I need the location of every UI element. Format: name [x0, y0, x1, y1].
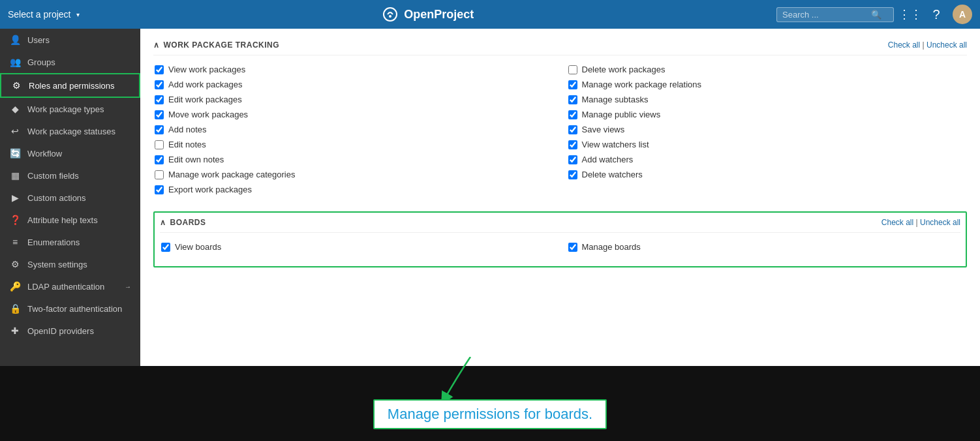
sidebar-item-enumerations[interactable]: ≡ Enumerations: [0, 231, 140, 253]
perm-add-watchers-checkbox[interactable]: [568, 155, 577, 164]
perm-delete-watchers-checkbox[interactable]: [568, 170, 577, 179]
sidebar-item-work-package-types[interactable]: ◆ Work package types: [0, 98, 140, 120]
perm-add-work-packages-checkbox[interactable]: [155, 80, 164, 89]
boards-perm-col2: Manage boards: [567, 239, 961, 254]
content-area: ∧ WORK PACKAGE TRACKING Check all | Unch…: [140, 29, 980, 366]
sidebar-item-work-package-statuses[interactable]: ↩ Work package statuses: [0, 120, 140, 142]
sidebar-item-groups[interactable]: 👥 Groups: [0, 51, 140, 73]
perm-manage-subtasks-checkbox[interactable]: [568, 95, 577, 104]
perm-export-work-packages-checkbox[interactable]: [155, 185, 164, 194]
sidebar-item-label: OpenID providers: [27, 326, 94, 336]
sidebar-item-label: Enumerations: [27, 237, 80, 247]
tooltip-box: Manage permissions for boards.: [373, 399, 607, 429]
sidebar-item-label: Users: [27, 35, 50, 45]
top-nav-right: 🔍 ⋮⋮ ? A: [776, 5, 972, 24]
perm-view-work-packages-checkbox[interactable]: [155, 65, 164, 74]
sidebar-item-label: Groups: [27, 57, 55, 67]
svg-point-0: [384, 8, 397, 21]
lock-icon: 🔒: [9, 303, 21, 314]
settings-icon: ⚙: [9, 259, 21, 269]
work-package-tracking-section: ∧ WORK PACKAGE TRACKING Check all | Unch…: [153, 35, 967, 204]
perm-delete-work-packages-checkbox[interactable]: [568, 65, 577, 74]
permissions-grid-wpt: View work packages Add work packages Edi…: [153, 62, 967, 204]
perm-save-views-checkbox[interactable]: [568, 125, 577, 134]
app-name: OpenProject: [404, 8, 474, 22]
section-title-wpt: ∧ WORK PACKAGE TRACKING: [153, 40, 279, 50]
perm-export-work-packages: Export work packages: [153, 182, 554, 197]
workflow-icon: 🔄: [9, 148, 21, 159]
project-selector-label: Select a project: [8, 9, 71, 20]
section-actions-wpt: Check all | Uncheck all: [888, 40, 967, 50]
perm-save-views: Save views: [567, 122, 968, 137]
sidebar-item-roles-and-permissions[interactable]: ⚙ Roles and permissions: [0, 73, 140, 98]
sidebar: 👤 Users 👥 Groups ⚙ Roles and permissions…: [0, 29, 140, 366]
diamond-icon: ◆: [9, 104, 21, 114]
perm-add-watchers: Add watchers: [567, 152, 968, 167]
sidebar-item-openid-providers[interactable]: ✚ OpenID providers: [0, 320, 140, 342]
perm-manage-public-views-checkbox[interactable]: [568, 110, 577, 119]
sidebar-item-users[interactable]: 👤 Users: [0, 29, 140, 51]
section-title-boards: ∧ BOARDS: [160, 218, 206, 227]
perm-edit-own-notes-checkbox[interactable]: [155, 155, 164, 164]
perm-manage-boards-checkbox[interactable]: [568, 243, 577, 252]
custom-actions-icon: ▶: [9, 192, 21, 203]
section-header-boards: ∧ BOARDS Check all | Uncheck all: [160, 213, 960, 233]
bottom-bar: Manage permissions for boards.: [0, 366, 980, 441]
perm-view-boards-checkbox[interactable]: [161, 243, 170, 252]
perm-manage-boards: Manage boards: [567, 239, 961, 254]
perm-edit-work-packages-checkbox[interactable]: [155, 95, 164, 104]
perm-delete-watchers: Delete watchers: [567, 167, 968, 182]
top-navigation: Select a project ▾ OpenProject 🔍 ⋮⋮ ? A: [0, 0, 980, 29]
svg-point-1: [389, 15, 391, 18]
tooltip-text: Manage permissions for boards.: [388, 406, 592, 422]
main-layout: 👤 Users 👥 Groups ⚙ Roles and permissions…: [0, 29, 980, 366]
permissions-grid-boards: View boards Manage boards: [160, 239, 960, 261]
perm-manage-wp-relations-checkbox[interactable]: [568, 80, 577, 89]
search-input[interactable]: [782, 10, 867, 20]
sidebar-item-label: LDAP authentication: [27, 282, 104, 292]
sidebar-item-label: Custom fields: [27, 171, 79, 181]
perm-add-work-packages: Add work packages: [153, 77, 554, 92]
perm-view-watchers-list: View watchers list: [567, 137, 968, 152]
help-icon[interactable]: ?: [926, 5, 946, 24]
perm-view-boards: View boards: [160, 239, 554, 254]
sidebar-item-label: Roles and permissions: [29, 81, 115, 91]
openid-icon: ✚: [9, 326, 21, 336]
avatar[interactable]: A: [953, 5, 972, 24]
perm-manage-wp-categories-checkbox[interactable]: [155, 170, 164, 179]
collapse-icon-boards[interactable]: ∧: [160, 218, 166, 227]
section-actions-boards: Check all | Uncheck all: [881, 218, 960, 227]
project-selector[interactable]: Select a project ▾: [8, 9, 80, 20]
sidebar-item-workflow[interactable]: 🔄 Workflow: [0, 142, 140, 164]
sidebar-item-custom-fields[interactable]: ▦ Custom fields: [0, 164, 140, 187]
perm-edit-notes-checkbox[interactable]: [155, 140, 164, 149]
sidebar-item-custom-actions[interactable]: ▶ Custom actions: [0, 187, 140, 209]
modules-icon[interactable]: ⋮⋮: [900, 5, 920, 24]
sidebar-item-label: System settings: [27, 260, 87, 269]
sidebar-item-two-factor-auth[interactable]: 🔒 Two-factor authentication: [0, 297, 140, 320]
sidebar-item-ldap-authentication[interactable]: 🔑 LDAP authentication →: [0, 275, 140, 297]
perm-add-notes: Add notes: [153, 122, 554, 137]
check-all-wpt[interactable]: Check all: [888, 40, 920, 50]
sidebar-item-label: Work package statuses: [27, 127, 115, 136]
perm-manage-subtasks: Manage subtasks: [567, 92, 968, 107]
perm-move-work-packages-checkbox[interactable]: [155, 110, 164, 119]
sidebar-item-attribute-help-texts[interactable]: ❓ Attribute help texts: [0, 209, 140, 231]
tooltip-arrow-svg: [431, 357, 483, 403]
sidebar-item-system-settings[interactable]: ⚙ System settings: [0, 253, 140, 275]
search-box[interactable]: 🔍: [776, 7, 894, 22]
perm-edit-own-notes: Edit own notes: [153, 152, 554, 167]
help-texts-icon: ❓: [9, 215, 21, 225]
uncheck-all-wpt[interactable]: Uncheck all: [926, 40, 967, 50]
uncheck-all-boards[interactable]: Uncheck all: [920, 218, 960, 227]
user-icon: 👤: [9, 35, 21, 45]
gear-icon: ⚙: [10, 80, 22, 91]
collapse-icon-wpt[interactable]: ∧: [153, 40, 160, 50]
perm-manage-wp-relations: Manage work package relations: [567, 77, 968, 92]
app-brand: OpenProject: [80, 6, 777, 23]
check-all-boards[interactable]: Check all: [881, 218, 913, 227]
perm-move-work-packages: Move work packages: [153, 107, 554, 122]
perm-col2: Delete work packages Manage work package…: [567, 62, 968, 197]
perm-add-notes-checkbox[interactable]: [155, 125, 164, 134]
perm-view-watchers-list-checkbox[interactable]: [568, 140, 577, 149]
